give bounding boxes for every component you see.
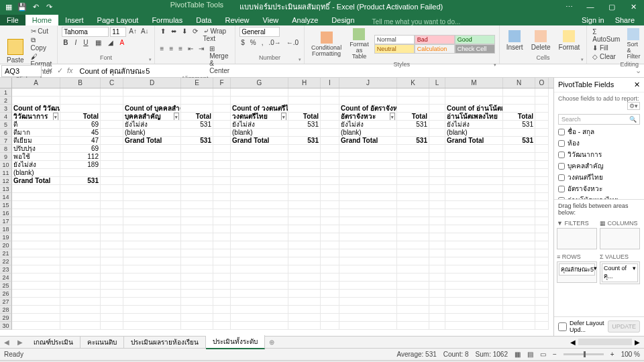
cell[interactable] [321, 233, 339, 241]
bold-button[interactable]: B [62, 38, 69, 47]
cell[interactable]: Grand Total [445, 137, 503, 145]
cell[interactable] [321, 257, 339, 265]
cell[interactable] [101, 185, 123, 193]
sheet-tab-1[interactable]: เกณฑ์ประเมิน [27, 336, 80, 349]
cell[interactable] [535, 265, 549, 274]
cell[interactable] [429, 265, 445, 274]
cell[interactable] [231, 209, 288, 217]
decrease-font-icon[interactable]: A↓ [140, 27, 150, 37]
cell[interactable] [288, 282, 321, 290]
cell[interactable] [101, 257, 123, 265]
underline-button[interactable]: U [82, 38, 89, 47]
cell[interactable]: ดีมาก [12, 129, 60, 137]
cell[interactable] [429, 161, 445, 169]
cell[interactable] [429, 113, 445, 121]
cell[interactable] [339, 249, 397, 257]
cell[interactable] [339, 177, 397, 185]
cell[interactable] [503, 177, 535, 185]
cell[interactable] [429, 88, 445, 97]
cell[interactable] [123, 314, 181, 322]
cell[interactable] [535, 306, 549, 314]
cell[interactable] [321, 217, 339, 225]
comma-icon[interactable]: , [260, 38, 265, 47]
cell[interactable] [321, 265, 339, 274]
cell[interactable] [445, 265, 503, 274]
cell[interactable]: ยังไม่ส่ง [339, 121, 397, 129]
cell[interactable] [12, 88, 60, 97]
italic-button[interactable]: I [74, 38, 78, 47]
cell[interactable] [213, 153, 231, 161]
cell[interactable] [213, 201, 231, 209]
cell[interactable] [213, 282, 231, 290]
cell[interactable] [12, 233, 60, 241]
cell[interactable] [101, 306, 123, 314]
cell[interactable] [101, 322, 123, 330]
cell[interactable] [445, 274, 503, 282]
cell[interactable] [397, 217, 429, 225]
cell[interactable]: Total [397, 113, 429, 121]
cell[interactable] [397, 298, 429, 306]
cut-button[interactable]: ✂ Cut [30, 27, 54, 36]
tab-view[interactable]: View [256, 15, 286, 25]
cell[interactable] [535, 169, 549, 177]
cell[interactable]: อ่านโน้ตเพลงไทย [445, 113, 503, 121]
cell[interactable] [397, 193, 429, 201]
cell[interactable] [231, 274, 288, 282]
cell[interactable] [288, 249, 321, 257]
cell[interactable] [231, 265, 288, 274]
cell[interactable] [397, 241, 429, 249]
cell[interactable]: 531 [181, 121, 213, 129]
cell[interactable] [231, 306, 288, 314]
row-header[interactable]: 25 [0, 282, 12, 290]
cell[interactable] [181, 241, 213, 249]
cell[interactable] [535, 185, 549, 193]
cell[interactable] [339, 161, 397, 169]
cell[interactable] [123, 233, 181, 241]
cell[interactable] [12, 257, 60, 265]
cell[interactable]: 531 [288, 121, 321, 129]
rows-field-item[interactable]: คุณลักษณะ5▾ [559, 263, 595, 276]
cell[interactable] [503, 105, 535, 113]
cell[interactable] [445, 225, 503, 233]
cell[interactable] [321, 105, 339, 113]
cell[interactable] [231, 169, 288, 177]
cell[interactable]: Total [60, 113, 101, 121]
cell[interactable] [397, 233, 429, 241]
cell[interactable] [397, 306, 429, 314]
row-header[interactable]: 30 [0, 322, 12, 330]
cell[interactable] [339, 209, 397, 217]
col-header-K[interactable]: K [397, 78, 429, 88]
cell[interactable] [213, 225, 231, 233]
cell[interactable] [213, 185, 231, 193]
cell[interactable] [123, 161, 181, 169]
cell[interactable] [429, 105, 445, 113]
cell[interactable] [123, 88, 181, 97]
pivot-field-item[interactable]: วิวัฒนาการ [554, 149, 644, 160]
pivot-panel-close-icon[interactable]: ✕ [634, 80, 640, 89]
col-header-J[interactable]: J [339, 78, 397, 88]
col-header-F[interactable]: F [213, 78, 231, 88]
cell[interactable] [503, 161, 535, 169]
col-header-G[interactable]: G [231, 78, 288, 88]
cell[interactable] [321, 113, 339, 121]
zoom-level[interactable]: 100 % [621, 351, 640, 358]
view-normal-icon[interactable]: ▦ [515, 351, 521, 358]
cell[interactable] [321, 322, 339, 330]
cell[interactable] [181, 257, 213, 265]
cell[interactable] [429, 209, 445, 217]
cell[interactable] [445, 88, 503, 97]
cell[interactable] [445, 306, 503, 314]
cell[interactable] [288, 153, 321, 161]
share-button[interactable]: Share [610, 15, 640, 25]
cell[interactable]: Count of วิวัฒนาการ [12, 105, 60, 113]
cell[interactable] [123, 290, 181, 298]
maximize-button[interactable]: ▢ [601, 0, 623, 13]
cell[interactable] [445, 249, 503, 257]
values-field-item[interactable]: Count of คุ...▾ [602, 263, 638, 282]
cell[interactable] [60, 257, 101, 265]
cell[interactable] [12, 298, 60, 306]
cell[interactable]: 47 [60, 137, 101, 145]
row-header[interactable]: 28 [0, 306, 12, 314]
cell[interactable] [213, 322, 231, 330]
cell[interactable] [429, 249, 445, 257]
